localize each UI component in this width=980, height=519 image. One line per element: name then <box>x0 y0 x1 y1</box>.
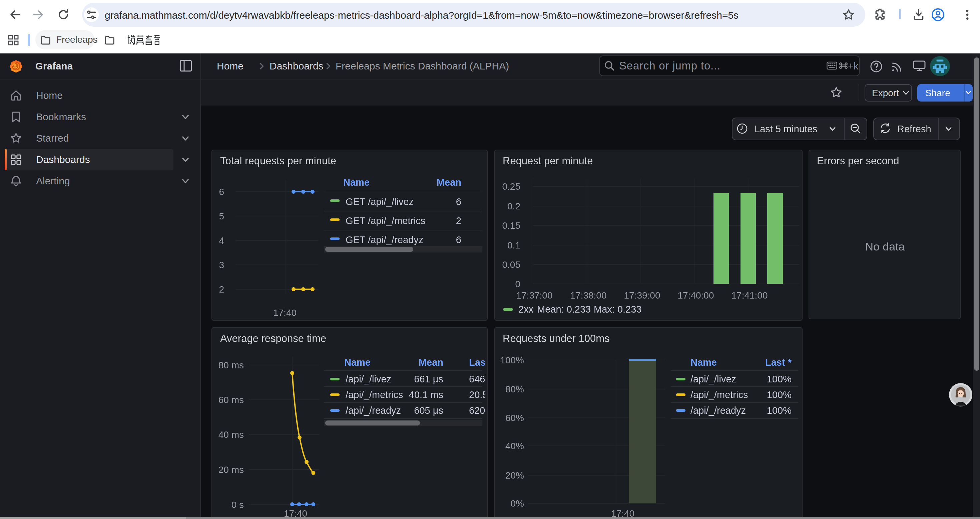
svg-text:0%: 0% <box>510 498 524 508</box>
svg-text:17:39:00: 17:39:00 <box>624 290 660 300</box>
svg-text:17:40: 17:40 <box>273 307 296 318</box>
svg-text:0.25: 0.25 <box>502 181 520 192</box>
svg-text:GET /api/_/metrics: GET /api/_/metrics <box>345 215 426 226</box>
svg-text:6: 6 <box>219 186 224 197</box>
svg-text:/api/_/metrics: /api/_/metrics <box>345 389 403 400</box>
svg-text:4: 4 <box>219 235 224 246</box>
svg-text:100%: 100% <box>767 374 791 384</box>
svg-text:0.15: 0.15 <box>502 220 520 230</box>
svg-text:/api/_/metrics: /api/_/metrics <box>690 389 748 400</box>
svg-text:6: 6 <box>456 234 461 245</box>
svg-text:6: 6 <box>456 196 461 207</box>
svg-text:5: 5 <box>219 211 224 221</box>
svg-text:GET /api/_/readyz: GET /api/_/readyz <box>345 234 423 245</box>
svg-text:Mean: Mean <box>437 177 461 187</box>
svg-text:/api/_/readyz: /api/_/readyz <box>690 405 746 415</box>
svg-text:Name: Name <box>344 357 371 367</box>
svg-text:2xx: 2xx <box>518 303 533 314</box>
svg-text:0: 0 <box>515 278 520 289</box>
svg-text:3: 3 <box>219 260 224 270</box>
svg-text:17:37:00: 17:37:00 <box>516 290 552 300</box>
svg-text:/api/_/livez: /api/_/livez <box>690 374 736 384</box>
svg-text:60 ms: 60 ms <box>218 394 244 405</box>
svg-text:Last *: Last * <box>765 357 792 367</box>
svg-text:661 µs: 661 µs <box>414 374 443 384</box>
svg-text:100%: 100% <box>767 405 791 415</box>
svg-text:20 ms: 20 ms <box>218 464 244 474</box>
svg-text:60%: 60% <box>505 412 524 423</box>
svg-text:0.05: 0.05 <box>502 259 520 270</box>
svg-text:605 µs: 605 µs <box>414 405 443 415</box>
svg-text:Mean: 0.233: Mean: 0.233 <box>537 303 590 314</box>
svg-text:Mean: Mean <box>418 357 443 367</box>
svg-text:100%: 100% <box>767 389 791 400</box>
svg-text:2: 2 <box>219 284 224 294</box>
svg-text:Name: Name <box>690 357 716 367</box>
svg-text:17:38:00: 17:38:00 <box>570 290 606 300</box>
svg-text:2: 2 <box>456 215 461 226</box>
svg-text:17:40:00: 17:40:00 <box>678 290 714 300</box>
svg-text:40.1 ms: 40.1 ms <box>409 389 443 400</box>
svg-text:20%: 20% <box>505 470 524 480</box>
svg-text:Name: Name <box>343 177 369 187</box>
svg-text:17:41:00: 17:41:00 <box>731 290 767 300</box>
svg-text:/api/_/livez: /api/_/livez <box>345 374 391 384</box>
svg-text:0 s: 0 s <box>231 499 244 509</box>
svg-text:646: 646 <box>469 374 485 384</box>
svg-text:20.5 m: 20.5 m <box>469 389 487 400</box>
svg-text:80%: 80% <box>505 384 524 394</box>
svg-text:100%: 100% <box>500 355 524 365</box>
svg-text:Max: 0.233: Max: 0.233 <box>593 303 641 314</box>
svg-text:40 ms: 40 ms <box>218 429 244 439</box>
svg-text:Last *: Last * <box>469 357 487 367</box>
svg-text:GET /api/_/livez: GET /api/_/livez <box>345 196 414 207</box>
svg-text:620: 620 <box>469 405 485 415</box>
svg-text:40%: 40% <box>505 441 524 451</box>
svg-text:80 ms: 80 ms <box>218 360 244 370</box>
svg-text:/api/_/readyz: /api/_/readyz <box>345 405 401 415</box>
svg-text:0.1: 0.1 <box>507 240 520 250</box>
svg-text:0.2: 0.2 <box>507 201 520 211</box>
